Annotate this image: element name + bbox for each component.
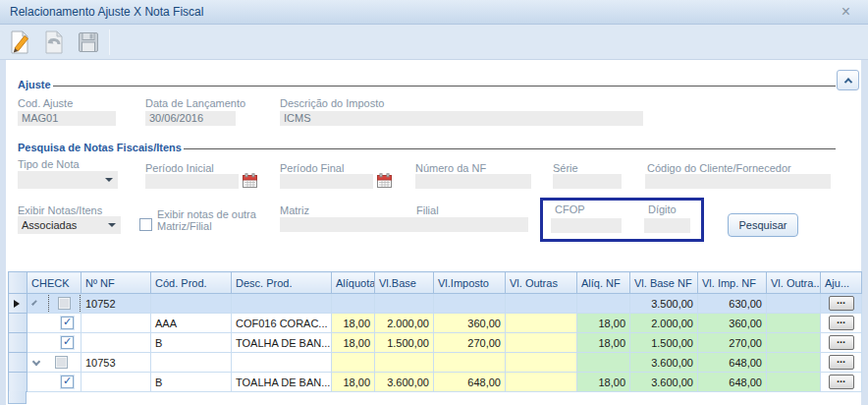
collapse-panel-button[interactable] — [837, 70, 859, 90]
outra-matriz-checkbox[interactable] — [139, 218, 152, 231]
chevron-down-icon — [108, 223, 116, 227]
group-checkbox[interactable] — [58, 297, 71, 310]
exibir-notas-label: Exibir Notas/Itens — [18, 204, 102, 216]
desc-prod-cell — [232, 294, 332, 314]
toolbar-separator — [109, 29, 110, 55]
section-rule — [184, 148, 836, 149]
column-header-vl-imp-nf[interactable]: Vl. Imp. NF — [698, 272, 767, 294]
column-header-nf[interactable]: Nº NF — [81, 272, 151, 294]
content-panel: Ajuste Cod. Ajuste Data de Lançamento De… — [6, 60, 861, 405]
column-header-vl-outras[interactable]: Vl. Outras — [506, 272, 577, 294]
check-cell — [27, 353, 81, 373]
pesquisar-button-label: Pesquisar — [739, 219, 787, 231]
row-selector-cell[interactable] — [9, 333, 27, 353]
ajuste-ellipsis-button[interactable]: ... — [829, 355, 854, 370]
grid-row-item-aaa[interactable]: AAA COF016 CORAC... 18,00 2.000,00 360,0… — [9, 314, 862, 333]
desc-prod-cell — [232, 353, 332, 373]
vl-base-cell: 2.000,00 — [375, 314, 434, 333]
column-header-aju[interactable]: Aju... — [821, 272, 862, 294]
periodo-inicial-field[interactable] — [145, 174, 239, 189]
vl-outra-nf-cell — [767, 353, 821, 373]
vl-outras-cell — [506, 333, 577, 353]
cod-ajuste-field[interactable]: MAG01 — [18, 111, 116, 126]
filial-label: Filial — [416, 204, 439, 216]
undo-icon[interactable] — [39, 29, 69, 56]
aliq-nf-cell: 18,00 — [577, 333, 630, 353]
cfop-field[interactable] — [551, 218, 622, 233]
grid-row-item-b1[interactable]: B TOALHA DE BAN... 18,00 1.500,00 270,00… — [9, 333, 862, 353]
serie-label: Série — [553, 162, 578, 174]
exibir-notas-select[interactable]: Associadas — [18, 216, 121, 234]
grid-row-group-10753[interactable]: 10753 3.600,00 648,00 ... — [9, 353, 862, 373]
column-header-check[interactable]: CHECK — [27, 272, 81, 294]
ajuste-section-header: Ajuste — [18, 79, 836, 90]
serie-field[interactable] — [553, 174, 622, 189]
descricao-imposto-field[interactable]: ICMS — [280, 111, 643, 126]
grid-row-item-b2[interactable]: B TOALHA DE BAN... 18,00 3.600,00 648,00… — [9, 373, 862, 392]
aliquota-cell: 18,00 — [332, 373, 375, 392]
column-header-cod-prod[interactable]: Cód. Prod. — [151, 272, 232, 294]
calendar-icon[interactable] — [243, 173, 257, 188]
pesquisa-section-title: Pesquisa de Notas Fiscais/Itens — [18, 142, 182, 153]
vl-outras-cell — [506, 314, 577, 333]
periodo-final-field[interactable] — [280, 174, 373, 189]
column-header-vl-base-nf[interactable]: Vl. Base NF — [630, 272, 698, 294]
aliq-nf-cell — [577, 294, 630, 314]
column-header-aliquota[interactable]: Alíquota — [332, 272, 375, 294]
ajuste-ellipsis-button[interactable]: ... — [829, 316, 854, 330]
aju-cell: ... — [821, 373, 862, 392]
vl-base-cell: 1.500,00 — [375, 333, 434, 353]
collapse-group-chevron-icon[interactable] — [31, 300, 37, 306]
data-lancamento-label: Data de Lançamento — [145, 97, 245, 109]
window-titlebar: Relacionamento Ajuste X Nota Fiscal × — [0, 0, 868, 25]
collapse-group-chevron-icon[interactable] — [32, 357, 40, 365]
ajuste-ellipsis-button[interactable]: ... — [829, 296, 854, 311]
grid-row-group-10752[interactable]: 10752 3.500,00 630,00 ... — [9, 294, 862, 314]
aju-cell: ... — [821, 314, 862, 333]
data-lancamento-field[interactable]: 30/06/2016 — [145, 111, 236, 126]
save-icon[interactable] — [74, 29, 103, 56]
aliq-nf-cell — [577, 353, 630, 373]
cfop-label: CFOP — [555, 203, 585, 215]
row-selector-cell[interactable] — [9, 373, 27, 392]
matriz-label: Matriz — [280, 204, 309, 216]
cod-prod-cell — [151, 353, 232, 373]
column-header-vl-imposto[interactable]: Vl.Imposto — [434, 272, 506, 294]
row-selector-cell[interactable] — [9, 294, 27, 314]
vl-outra-nf-cell — [767, 373, 821, 392]
column-header-desc-prod[interactable]: Desc. Prod. — [232, 272, 332, 294]
chevron-down-icon — [105, 178, 113, 182]
outra-matriz-checkbox-label: Exibir notas de outra Matriz/Filial — [157, 208, 271, 232]
column-header-vl-base[interactable]: Vl.Base — [375, 272, 434, 294]
numero-nf-field[interactable] — [415, 174, 531, 189]
vl-imp-nf-cell: 360,00 — [698, 314, 767, 333]
ajuste-ellipsis-button[interactable]: ... — [829, 335, 854, 350]
vl-base-nf-cell: 3.600,00 — [630, 373, 698, 392]
vl-imposto-cell — [434, 353, 506, 373]
codigo-cliente-field[interactable] — [645, 174, 831, 189]
edit-icon[interactable] — [5, 29, 34, 56]
tipo-de-nota-select[interactable] — [18, 171, 118, 189]
codigo-cliente-label: Código do Cliente/Fornecedor — [647, 162, 791, 174]
pesquisar-button[interactable]: Pesquisar — [728, 213, 798, 237]
vl-base-cell — [375, 294, 434, 314]
column-header-vl-outra-nf[interactable]: Vl. Outra... — [767, 272, 821, 294]
aliquota-cell — [332, 353, 375, 373]
vl-outras-cell — [506, 373, 577, 392]
close-icon[interactable]: × — [841, 3, 850, 21]
group-checkbox[interactable] — [55, 356, 68, 369]
item-checkbox[interactable] — [61, 317, 74, 329]
vl-outras-cell — [506, 294, 577, 314]
ajuste-ellipsis-button[interactable]: ... — [829, 375, 854, 389]
calendar-icon[interactable] — [377, 173, 392, 188]
row-selector-cell[interactable] — [9, 314, 27, 333]
window-title: Relacionamento Ajuste X Nota Fiscal — [0, 5, 203, 19]
row-selector-cell[interactable] — [9, 353, 27, 373]
filial-field[interactable] — [413, 217, 528, 232]
matriz-field[interactable] — [280, 217, 418, 232]
numero-nf-label: Número da NF — [415, 162, 486, 174]
digito-field[interactable] — [644, 218, 690, 233]
item-checkbox[interactable] — [61, 376, 74, 388]
column-header-aliq-nf[interactable]: Alíq. NF — [577, 272, 630, 294]
item-checkbox[interactable] — [61, 336, 74, 349]
